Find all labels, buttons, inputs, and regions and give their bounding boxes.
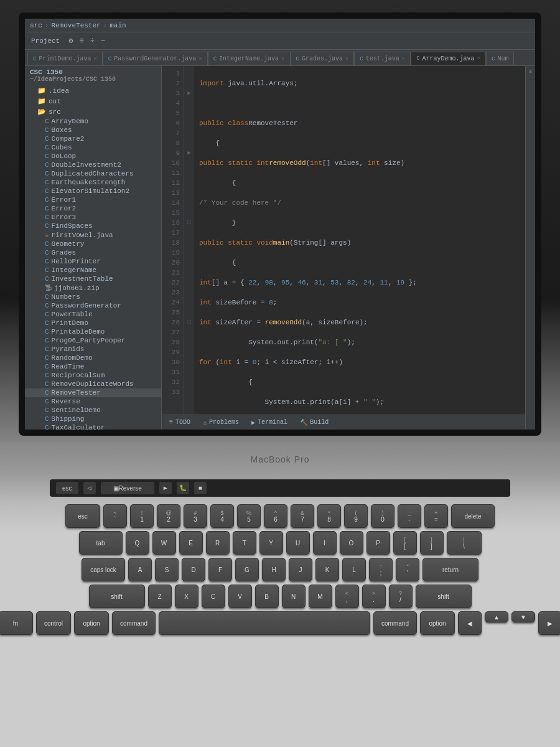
sidebar-item-zip[interactable]: 🗜 jjoh661.zip bbox=[25, 283, 161, 293]
key-z[interactable]: Z bbox=[148, 585, 172, 608]
sidebar-item-pwgen[interactable]: C PasswordGenerator bbox=[25, 301, 161, 310]
sidebar-item-randomdemo[interactable]: C RandomDemo bbox=[25, 354, 161, 362]
key-2[interactable]: @2 bbox=[157, 504, 180, 528]
tab-close-in[interactable]: × bbox=[281, 56, 284, 62]
key-0[interactable]: )0 bbox=[371, 504, 394, 528]
code-content[interactable]: import java.util.Arrays; public class Re… bbox=[194, 66, 525, 415]
key-3[interactable]: #3 bbox=[184, 504, 207, 528]
touchbar-play[interactable]: ▶ bbox=[159, 482, 172, 494]
key-p[interactable]: P bbox=[366, 531, 390, 555]
bottom-tab-problems[interactable]: ⚠ Problems bbox=[198, 418, 244, 428]
key-7[interactable]: &7 bbox=[291, 504, 314, 528]
key-fn[interactable]: fn bbox=[0, 611, 33, 635]
key-backtick[interactable]: ~` bbox=[103, 504, 127, 528]
key-g[interactable]: G bbox=[235, 558, 259, 581]
key-space[interactable] bbox=[159, 611, 370, 635]
key-n[interactable]: N bbox=[282, 585, 306, 608]
key-esc[interactable]: esc bbox=[65, 504, 100, 528]
sidebar-item-arraydemo[interactable]: C ArrayDemo bbox=[25, 117, 161, 126]
key-e[interactable]: E bbox=[179, 531, 203, 555]
tab-arraydemo[interactable]: C ArrayDemo.java × bbox=[411, 52, 486, 65]
key-equals[interactable]: += bbox=[424, 504, 448, 528]
key-rshift[interactable]: shift bbox=[416, 585, 472, 608]
sidebar-item-printabledemo[interactable]: C PrintableDemo bbox=[25, 327, 161, 336]
key-quote[interactable]: "' bbox=[396, 558, 419, 581]
key-o[interactable]: O bbox=[340, 531, 363, 555]
touchbar-esc[interactable]: esc bbox=[56, 482, 78, 494]
key-u[interactable]: U bbox=[286, 531, 310, 555]
key-j[interactable]: J bbox=[289, 558, 312, 581]
sidebar-item-boxes[interactable]: C Boxes bbox=[25, 126, 161, 134]
sidebar-item-shipping[interactable]: C Shipping bbox=[25, 415, 161, 423]
tab-test[interactable]: C test.java × bbox=[354, 52, 411, 65]
key-b[interactable]: B bbox=[255, 585, 279, 608]
sidebar-item-prog06[interactable]: C Prog06_PartyPooper bbox=[25, 336, 161, 345]
key-6[interactable]: ^6 bbox=[264, 504, 287, 528]
tab-printdemo[interactable]: C PrintDemo.java × bbox=[27, 52, 103, 65]
key-command-r[interactable]: command bbox=[373, 611, 417, 635]
sidebar-item-recipsum[interactable]: C ReciprocalSum bbox=[25, 371, 161, 380]
key-r[interactable]: R bbox=[206, 531, 230, 555]
key-q[interactable]: Q bbox=[126, 531, 149, 555]
key-comma[interactable]: <, bbox=[335, 585, 359, 608]
divide-icon[interactable]: ÷ bbox=[89, 35, 96, 47]
sidebar-item-error3[interactable]: C Error3 bbox=[25, 213, 161, 222]
key-rbracket[interactable]: }] bbox=[420, 531, 444, 555]
tab-passwordgenerator[interactable]: C PasswordGenerator.java × bbox=[103, 52, 208, 65]
key-w[interactable]: W bbox=[152, 531, 176, 555]
sidebar-item-dupchars[interactable]: C DuplicatedCharacters bbox=[25, 169, 161, 178]
key-a[interactable]: A bbox=[128, 558, 152, 581]
key-slash[interactable]: ?/ bbox=[389, 585, 413, 608]
minus-icon[interactable]: − bbox=[100, 35, 106, 47]
sidebar-item-helloprinter[interactable]: C HelloPrinter bbox=[25, 257, 161, 266]
key-tab[interactable]: tab bbox=[79, 531, 123, 555]
sidebar-out[interactable]: 📁 out bbox=[25, 96, 161, 106]
sidebar-idea[interactable]: 📁 .idea bbox=[25, 85, 161, 96]
bottom-tab-todo[interactable]: ≡ TODO bbox=[164, 418, 195, 427]
sidebar-item-doloop[interactable]: C DoLoop bbox=[25, 152, 161, 161]
key-caps[interactable]: caps lock bbox=[82, 558, 125, 581]
sidebar-item-printdemo[interactable]: C PrintDemo bbox=[25, 319, 161, 327]
tab-close-grades[interactable]: × bbox=[345, 56, 348, 62]
key-semicolon[interactable]: :; bbox=[369, 558, 393, 581]
sidebar-item-findspaces[interactable]: C FindSpaces bbox=[25, 222, 161, 230]
bottom-tab-terminal[interactable]: ▶ Terminal bbox=[246, 418, 292, 428]
key-s[interactable]: S bbox=[155, 558, 179, 581]
list-icon[interactable]: ≡ bbox=[78, 35, 85, 47]
sidebar-item-pyramids[interactable]: C Pyramids bbox=[25, 345, 161, 354]
key-option-l[interactable]: option bbox=[74, 611, 109, 635]
sidebar-item-removetester[interactable]: C RemoveTester bbox=[25, 388, 161, 397]
tab-close-printdemo[interactable]: × bbox=[93, 56, 96, 62]
sidebar-item-error2[interactable]: C Error2 bbox=[25, 204, 161, 213]
key-i[interactable]: I bbox=[313, 531, 337, 555]
touchbar-bug[interactable]: 🐛 bbox=[177, 482, 189, 494]
key-up[interactable]: ▲ bbox=[485, 611, 508, 622]
sidebar-item-error1[interactable]: C Error1 bbox=[25, 195, 161, 204]
sidebar-item-firstvowel[interactable]: ☕ FirstVowel.java bbox=[25, 230, 161, 240]
touchbar-reverse[interactable]: ▣ Reverse bbox=[101, 482, 154, 494]
key-return[interactable]: return bbox=[422, 558, 478, 581]
touchbar-back[interactable]: ◁ bbox=[83, 482, 96, 494]
key-9[interactable]: (9 bbox=[344, 504, 368, 528]
key-c[interactable]: C bbox=[202, 585, 225, 608]
sidebar-item-elevator[interactable]: C ElevatorSimulation2 bbox=[25, 187, 161, 195]
key-option-r[interactable]: option bbox=[420, 611, 455, 635]
sidebar-item-powertable[interactable]: C PowerTable bbox=[25, 310, 161, 319]
key-1[interactable]: !1 bbox=[130, 504, 154, 528]
sidebar-src[interactable]: 📂 src bbox=[25, 106, 161, 117]
bottom-tab-build[interactable]: 🔨 Build bbox=[295, 418, 334, 428]
key-f[interactable]: F bbox=[208, 558, 232, 581]
key-d[interactable]: D bbox=[182, 558, 205, 581]
key-minus[interactable]: _- bbox=[398, 504, 421, 528]
sidebar-item-reverse[interactable]: C Reverse bbox=[25, 397, 161, 406]
sidebar-item-geometry[interactable]: C Geometry bbox=[25, 240, 161, 248]
sidebar-item-integername[interactable]: C IntegerName bbox=[25, 266, 161, 275]
key-right[interactable]: ▶ bbox=[538, 611, 560, 635]
key-period[interactable]: >. bbox=[362, 585, 386, 608]
tab-grades[interactable]: C Grades.java × bbox=[291, 52, 355, 65]
sidebar-item-earthquake[interactable]: C EarthquakeStrength bbox=[25, 178, 161, 187]
key-h[interactable]: H bbox=[262, 558, 286, 581]
key-l[interactable]: L bbox=[342, 558, 366, 581]
tab-close-test[interactable]: × bbox=[402, 56, 405, 62]
tab-close-pg[interactable]: × bbox=[198, 56, 202, 62]
